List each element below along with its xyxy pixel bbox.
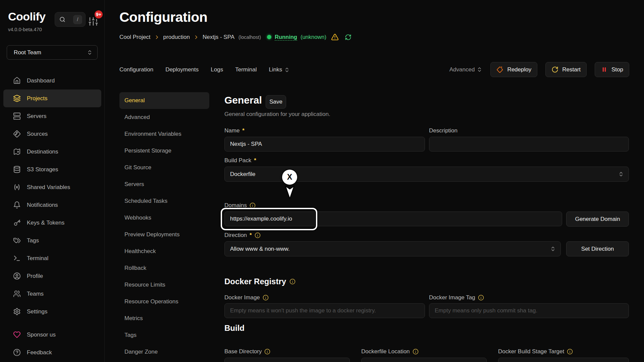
search-icon	[59, 16, 65, 22]
sidebar-item-label: Feedback	[27, 349, 52, 356]
chevron-right-icon	[193, 34, 199, 40]
subnav-label: Servers	[124, 181, 144, 188]
sidebar-item-keys-tokens[interactable]: Keys & Tokens	[3, 214, 101, 232]
build-pack-label: Build Pack*	[224, 157, 256, 164]
breadcrumb-resource[interactable]: Nextjs - SPA	[203, 34, 234, 41]
sidebar-item-sponsor[interactable]: Sponsor us	[3, 326, 101, 344]
subnav-label: Git Source	[124, 164, 151, 171]
name-label-text: Name	[224, 127, 239, 134]
redeploy-label: Redeploy	[507, 66, 531, 73]
breadcrumb-host: (localhost)	[238, 35, 261, 40]
tab-deployments[interactable]: Deployments	[165, 66, 199, 73]
sidebar-item-label: S3 Storages	[27, 166, 58, 173]
tab-terminal[interactable]: Terminal	[235, 66, 257, 73]
subnav-rollback[interactable]: Rollback	[119, 260, 209, 277]
description-label: Description	[429, 127, 458, 134]
sidebar-item-label: Shared Variables	[27, 184, 70, 191]
domains-input[interactable]	[224, 212, 562, 226]
sidebar-item-label: Sources	[27, 131, 48, 137]
sidebar-item-tags[interactable]: Tags	[3, 232, 101, 249]
app-logo[interactable]: Coolify	[8, 10, 46, 23]
subnav-metrics[interactable]: Metrics	[119, 310, 209, 327]
sidebar-item-profile[interactable]: Profile	[3, 267, 101, 285]
docker-build-stage-target-label-text: Docker Build Stage Target	[498, 348, 564, 355]
database-icon	[13, 166, 21, 173]
direction-select[interactable]: Allow www & non-www.	[224, 241, 561, 256]
sidebar-item-destinations[interactable]: Destinations	[3, 143, 101, 161]
subnav-preview-deployments[interactable]: Preview Deployments	[119, 226, 209, 243]
subnav-advanced[interactable]: Advanced	[119, 109, 209, 126]
redeploy-icon	[496, 66, 503, 73]
docker-image-input[interactable]	[224, 303, 425, 318]
restart-label: Restart	[562, 66, 581, 73]
subnav-environment-variables[interactable]: Environment Variables	[119, 126, 209, 142]
tab-logs[interactable]: Logs	[211, 66, 223, 73]
page-title: Configuration	[119, 9, 207, 25]
tab-links[interactable]: Links	[269, 66, 290, 73]
refresh-icon[interactable]	[345, 34, 352, 41]
subnav-general[interactable]: General	[119, 92, 209, 109]
stop-pause-icon	[601, 66, 608, 73]
tab-links-label: Links	[269, 66, 282, 73]
sidebar-item-label: Notifications	[27, 202, 58, 208]
docker-image-tag-input[interactable]	[429, 303, 629, 318]
team-selector[interactable]: Root Team	[7, 45, 98, 60]
subnav-healthcheck[interactable]: Healthcheck	[119, 243, 209, 260]
sidebar-item-label: Dashboard	[27, 77, 55, 84]
restart-button[interactable]: Restart	[545, 62, 587, 77]
sidebar-item-projects[interactable]: Projects	[3, 89, 101, 107]
sidebar-item-label: Destinations	[27, 148, 58, 155]
set-direction-button[interactable]: Set Direction	[566, 241, 629, 256]
sidebar-item-label: Sponsor us	[27, 331, 56, 338]
sidebar-item-terminal[interactable]: Terminal	[3, 249, 101, 267]
subnav-scheduled-tasks[interactable]: Scheduled Tasks	[119, 193, 209, 209]
subnav-persistent-storage[interactable]: Persistent Storage	[119, 142, 209, 159]
subnav-resource-operations[interactable]: Resource Operations	[119, 293, 209, 310]
advanced-dropdown[interactable]: Advanced	[449, 66, 483, 73]
layers-icon	[13, 95, 21, 102]
description-input[interactable]	[429, 137, 629, 152]
subnav-tags[interactable]: Tags	[119, 327, 209, 344]
subnav-label: Environment Variables	[124, 131, 181, 137]
save-button[interactable]: Save	[266, 95, 286, 109]
name-input[interactable]	[224, 137, 425, 152]
action-bar: Advanced Redeploy Restart Stop	[449, 62, 629, 77]
sidebar-item-label: Projects	[27, 95, 47, 102]
subnav-git-source[interactable]: Git Source	[119, 159, 209, 176]
subnav-label: Persistent Storage	[124, 147, 171, 154]
status-state[interactable]: Running	[275, 34, 297, 41]
subnav-webhooks[interactable]: Webhooks	[119, 209, 209, 226]
generate-domain-button[interactable]: Generate Domain	[566, 212, 629, 227]
general-heading: General	[224, 95, 262, 106]
app-version: v4.0.0-beta.470	[8, 27, 42, 32]
sidebar-nav: Dashboard Projects Servers Sources Desti…	[3, 72, 101, 320]
sidebar-item-teams[interactable]: Teams	[3, 285, 101, 303]
chevron-right-icon	[154, 34, 160, 40]
status-detail: (unknown)	[301, 34, 326, 40]
breadcrumb-environment[interactable]: production	[163, 34, 190, 41]
tab-configuration[interactable]: Configuration	[119, 66, 153, 73]
base-directory-input[interactable]	[224, 358, 350, 362]
dockerfile-location-input[interactable]	[361, 358, 487, 362]
sidebar-item-shared-variables[interactable]: Shared Variables	[3, 178, 101, 196]
breadcrumb-project[interactable]: Cool Project	[119, 34, 151, 41]
sidebar-item-notifications[interactable]: Notifications	[3, 196, 101, 214]
sidebar-item-feedback[interactable]: Feedback	[3, 344, 101, 361]
stop-label: Stop	[611, 66, 623, 73]
stop-button[interactable]: Stop	[595, 62, 629, 77]
search-button[interactable]: /	[55, 12, 86, 27]
sidebar-item-settings[interactable]: Settings	[3, 303, 101, 320]
docker-build-stage-target-input[interactable]	[498, 358, 629, 362]
sidebar-item-label: Teams	[27, 291, 44, 297]
sidebar-item-dashboard[interactable]: Dashboard	[3, 72, 101, 89]
subnav-danger-zone[interactable]: Danger Zone	[119, 344, 209, 360]
sidebar-item-servers[interactable]: Servers	[3, 107, 101, 125]
subnav-servers[interactable]: Servers	[119, 176, 209, 193]
redeploy-button[interactable]: Redeploy	[490, 62, 537, 77]
sidebar-item-sources[interactable]: Sources	[3, 125, 101, 143]
sidebar-item-s3-storages[interactable]: S3 Storages	[3, 161, 101, 178]
general-subtitle: General configuration for your applicati…	[224, 111, 330, 118]
subnav-resource-limits[interactable]: Resource Limits	[119, 277, 209, 293]
info-icon	[250, 202, 256, 208]
bell-icon	[13, 201, 21, 209]
